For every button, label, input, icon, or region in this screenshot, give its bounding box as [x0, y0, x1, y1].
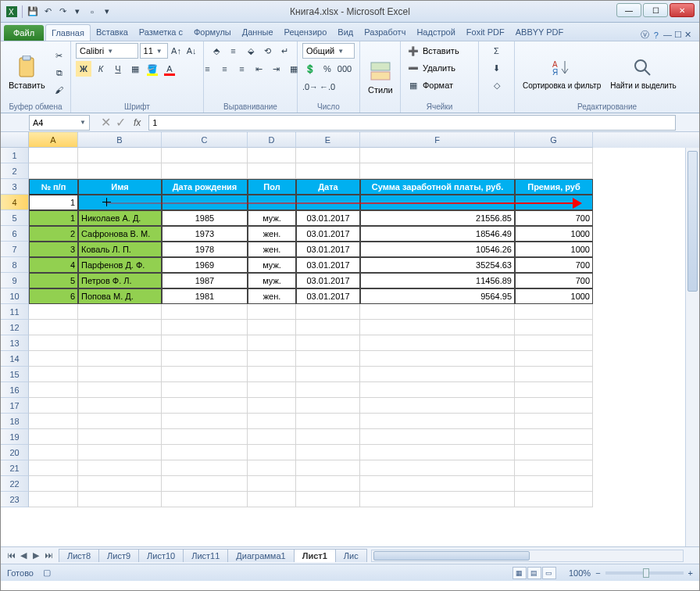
qat-more-icon[interactable]: ▾: [71, 5, 84, 18]
cell-B5[interactable]: Николаев А. Д.: [78, 210, 162, 226]
cell-A4[interactable]: 1: [29, 195, 78, 210]
cell-A6[interactable]: 2: [29, 226, 78, 242]
zoom-level[interactable]: 100%: [569, 568, 591, 578]
minimize-button[interactable]: —: [616, 3, 641, 17]
save-icon[interactable]: 💾: [27, 5, 39, 18]
cell-C15[interactable]: [162, 367, 248, 382]
cell-E1[interactable]: [296, 148, 360, 163]
fill-icon[interactable]: ⬇: [489, 60, 505, 76]
cell-F6[interactable]: 18546.49: [360, 226, 515, 242]
copy-icon[interactable]: ⧉: [52, 65, 67, 81]
cell-F12[interactable]: [360, 320, 515, 335]
cell-D7[interactable]: жен.: [248, 242, 296, 257]
vertical-scrollbar[interactable]: [685, 148, 699, 546]
ribbon-tab-разработч[interactable]: Разработч: [359, 24, 411, 41]
cell-C1[interactable]: [162, 148, 248, 163]
indent-dec-icon[interactable]: ⇤: [252, 61, 267, 77]
cell-E15[interactable]: [296, 367, 360, 382]
ribbon-tab-данные[interactable]: Данные: [237, 24, 279, 41]
cell-C2[interactable]: [162, 163, 248, 179]
inc-decimal-icon[interactable]: .0→: [302, 79, 318, 95]
row-header-22[interactable]: 22: [1, 476, 29, 492]
cell-E20[interactable]: [296, 445, 360, 460]
row-header-14[interactable]: 14: [1, 351, 29, 367]
cell-D21[interactable]: [248, 460, 296, 476]
window-controls-icon[interactable]: — ☐ ✕: [663, 30, 691, 40]
ribbon-tab-abbyy pdf[interactable]: ABBYY PDF: [510, 24, 570, 41]
sheet-tab-Лист11[interactable]: Лист11: [183, 549, 228, 562]
cell-G7[interactable]: 1000: [515, 242, 593, 257]
cut-icon[interactable]: ✂: [52, 48, 67, 63]
cell-G23[interactable]: [515, 492, 593, 507]
align-bottom-icon[interactable]: ⬙: [243, 43, 259, 59]
cell-E12[interactable]: [296, 320, 360, 335]
cell-F20[interactable]: [360, 445, 515, 460]
row-header-18[interactable]: 18: [1, 414, 29, 429]
column-header-D[interactable]: D: [248, 132, 296, 148]
cell-D17[interactable]: [248, 398, 296, 414]
ribbon-tab-рецензиро[interactable]: Рецензиро: [279, 24, 333, 41]
cell-E8[interactable]: 03.01.2017: [296, 257, 360, 273]
cell-F18[interactable]: [360, 414, 515, 429]
cell-E6[interactable]: 03.01.2017: [296, 226, 360, 242]
sheet-tab-Диаграмма1[interactable]: Диаграмма1: [227, 549, 294, 562]
cell-F19[interactable]: [360, 429, 515, 445]
zoom-out-icon[interactable]: −: [595, 568, 600, 578]
cell-F15[interactable]: [360, 367, 515, 382]
cell-B1[interactable]: [78, 148, 162, 163]
cell-B3[interactable]: Имя: [78, 179, 162, 195]
cell-B15[interactable]: [78, 367, 162, 382]
cell-C11[interactable]: [162, 304, 248, 320]
cell-E13[interactable]: [296, 335, 360, 351]
sort-filter-button[interactable]: АЯ Сортировка и фильтр: [520, 55, 604, 91]
page-layout-view-icon[interactable]: ▤: [527, 567, 541, 579]
cell-A16[interactable]: [29, 382, 78, 398]
cell-C22[interactable]: [162, 476, 248, 492]
delete-cells-button[interactable]: ➖Удалить: [405, 60, 473, 76]
orientation-icon[interactable]: ⟲: [260, 43, 276, 59]
ribbon-tab-формулы[interactable]: Формулы: [188, 24, 237, 41]
cell-A9[interactable]: 5: [29, 273, 78, 288]
cell-C16[interactable]: [162, 382, 248, 398]
cell-C5[interactable]: 1985: [162, 210, 248, 226]
cell-G2[interactable]: [515, 163, 593, 179]
cell-G20[interactable]: [515, 445, 593, 460]
maximize-button[interactable]: ☐: [643, 3, 668, 17]
row-header-23[interactable]: 23: [1, 492, 29, 507]
cell-A5[interactable]: 1: [29, 210, 78, 226]
cell-F13[interactable]: [360, 335, 515, 351]
percent-icon[interactable]: %: [320, 61, 335, 77]
cell-D9[interactable]: муж.: [248, 273, 296, 288]
cell-B7[interactable]: Коваль Л. П.: [78, 242, 162, 257]
cell-C8[interactable]: 1969: [162, 257, 248, 273]
cell-G5[interactable]: 700: [515, 210, 593, 226]
cell-F16[interactable]: [360, 382, 515, 398]
cell-D8[interactable]: муж.: [248, 257, 296, 273]
cell-C19[interactable]: [162, 429, 248, 445]
cell-E18[interactable]: [296, 414, 360, 429]
select-all-corner[interactable]: [1, 132, 29, 148]
row-header-15[interactable]: 15: [1, 367, 29, 382]
cell-B9[interactable]: Петров Ф. Л.: [78, 273, 162, 288]
cell-D23[interactable]: [248, 492, 296, 507]
cell-F21[interactable]: [360, 460, 515, 476]
sheet-tab-Лист8[interactable]: Лист8: [59, 549, 99, 562]
increase-font-icon[interactable]: A↑: [170, 43, 184, 59]
cell-A11[interactable]: [29, 304, 78, 320]
cell-C13[interactable]: [162, 335, 248, 351]
formula-input[interactable]: 1: [148, 115, 676, 131]
styles-button[interactable]: Стили: [365, 59, 396, 96]
column-header-A[interactable]: A: [29, 132, 78, 148]
cell-E5[interactable]: 03.01.2017: [296, 210, 360, 226]
align-middle-icon[interactable]: ≡: [226, 43, 241, 59]
undo-icon[interactable]: ↶: [41, 5, 54, 18]
help-icon[interactable]: ?: [654, 30, 659, 40]
cell-D3[interactable]: Пол: [248, 179, 296, 195]
cell-G13[interactable]: [515, 335, 593, 351]
align-right-icon[interactable]: ≡: [234, 61, 250, 77]
cell-G22[interactable]: [515, 476, 593, 492]
cell-G6[interactable]: 1000: [515, 226, 593, 242]
insert-cells-button[interactable]: ➕Вставить: [405, 43, 473, 59]
italic-icon[interactable]: К: [93, 61, 109, 77]
cell-A8[interactable]: 4: [29, 257, 78, 273]
